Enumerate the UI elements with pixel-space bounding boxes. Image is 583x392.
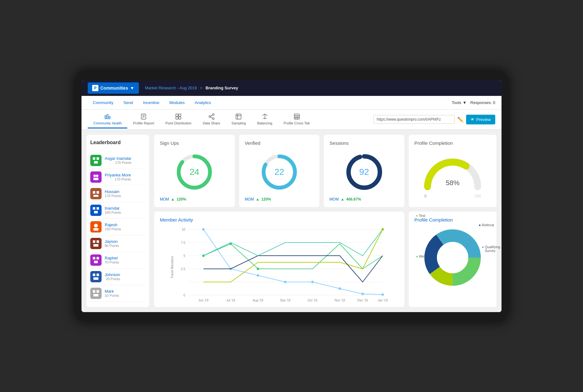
svg-text:0: 0 xyxy=(183,294,185,297)
svg-point-87 xyxy=(284,281,286,283)
leader-info: Rajesh 150 Points xyxy=(105,222,121,231)
avatar xyxy=(90,155,102,166)
svg-point-12 xyxy=(209,116,211,118)
svg-line-15 xyxy=(211,115,213,116)
nav-analytics[interactable]: Analytics xyxy=(190,96,216,109)
dashboard: Sign Ups 24 MOM xyxy=(154,135,496,307)
svg-text:Jul '19: Jul '19 xyxy=(226,299,235,302)
tools-button[interactable]: Tools ▼ xyxy=(452,100,466,105)
leader-info: Asgar Inamdar 170 Points xyxy=(105,156,131,165)
toolbar-community-health[interactable]: Community Health xyxy=(88,111,127,128)
sessions-footer: MOM ▲ 466.67% xyxy=(329,197,399,201)
leader-points: 170 Points xyxy=(105,194,121,198)
avatar xyxy=(90,205,102,216)
svg-text:Aug '19: Aug '19 xyxy=(253,299,263,302)
svg-text:7.5: 7.5 xyxy=(181,241,185,244)
legend-referral: ● Referral xyxy=(479,223,494,227)
signups-footer: MOM ▲ 120% xyxy=(160,197,229,201)
svg-text:Oct '19: Oct '19 xyxy=(307,299,318,302)
leader-name: Priyanka More xyxy=(105,173,131,177)
logo-text: Communities xyxy=(100,86,128,91)
toolbar-profile-cross-tab[interactable]: Profile Cross Tab xyxy=(278,111,316,128)
svg-rect-22 xyxy=(90,155,102,166)
svg-rect-51 xyxy=(97,274,99,276)
avatar xyxy=(90,288,102,299)
svg-rect-35 xyxy=(93,207,95,210)
point-distribution-icon xyxy=(175,113,182,120)
list-item: Raphel 70 Points xyxy=(90,252,145,269)
svg-rect-1 xyxy=(107,114,108,119)
svg-text:Dec '19: Dec '19 xyxy=(357,299,368,302)
activity-chart-svg: 10 7.5 5 2.5 0 Panel Members Jun '19 Jul… xyxy=(160,226,399,308)
svg-point-11 xyxy=(212,113,214,115)
leader-points: 150 Points xyxy=(105,227,121,231)
nav-send[interactable]: Send xyxy=(118,96,138,109)
logo-icon xyxy=(92,85,98,91)
top-stats-row: Sign Ups 24 MOM xyxy=(154,135,496,207)
toolbar-profile-report-label: Profile Report xyxy=(133,121,154,125)
toolbar-sampling-label: Sampling xyxy=(232,121,246,125)
legend-test: ● Test xyxy=(416,214,425,217)
svg-rect-30 xyxy=(90,188,102,199)
svg-rect-32 xyxy=(97,191,99,194)
dropdown-icon: ▼ xyxy=(130,86,134,91)
preview-eye-icon: 👁 xyxy=(470,117,475,122)
toolbar-data-share[interactable]: Data Share xyxy=(197,111,226,128)
nav-modules[interactable]: Modules xyxy=(164,96,190,109)
profile-completion-title: Profile Completion xyxy=(414,140,491,146)
member-activity-card: Member Activity 10 xyxy=(154,212,404,307)
leader-info: Johnson 20 Points xyxy=(105,272,120,281)
signups-arrow: ▲ xyxy=(171,197,175,201)
list-item: Johnson 20 Points xyxy=(90,269,145,285)
toolbar: Community Health Profile Report Point Di… xyxy=(81,110,502,130)
svg-rect-33 xyxy=(93,195,98,197)
svg-rect-49 xyxy=(90,271,102,282)
svg-point-27 xyxy=(93,175,96,177)
sessions-mom: MOM xyxy=(329,197,339,201)
avatar xyxy=(90,171,102,183)
sessions-arrow: ▲ xyxy=(341,197,344,201)
url-input[interactable] xyxy=(373,115,455,124)
svg-rect-56 xyxy=(93,294,98,296)
responses-count: Responses: 0 xyxy=(470,100,496,105)
toolbar-point-distribution-label: Point Distribution xyxy=(165,121,192,125)
svg-line-14 xyxy=(211,117,213,118)
profile-cross-tab-icon xyxy=(293,113,300,120)
svg-rect-36 xyxy=(97,207,99,210)
toolbar-profile-report[interactable]: Profile Report xyxy=(127,111,160,128)
svg-rect-10 xyxy=(179,117,181,119)
toolbar-point-distribution[interactable]: Point Distribution xyxy=(160,111,197,128)
verified-mom: MOM xyxy=(245,197,254,201)
svg-rect-40 xyxy=(93,228,98,231)
verified-value: 22 xyxy=(274,167,284,177)
nav-incentive[interactable]: Incentive xyxy=(138,96,164,109)
main-content: Leaderboard Asgar Inamdar 170 Points xyxy=(81,130,502,312)
verified-title: Verified xyxy=(245,140,314,146)
preview-button[interactable]: 👁 Preview xyxy=(466,115,495,124)
screen: Communities ▼ Market Research - Aug 2019… xyxy=(81,80,502,312)
logo-area[interactable]: Communities ▼ xyxy=(88,82,139,94)
list-item: Hussain 170 Points xyxy=(90,186,145,202)
verified-circle: 22 xyxy=(260,153,298,191)
svg-rect-17 xyxy=(294,114,299,119)
leader-name: Raphel xyxy=(105,256,119,260)
svg-rect-45 xyxy=(90,254,102,266)
signups-value: 24 xyxy=(190,167,199,177)
edit-icon[interactable]: ✏️ xyxy=(457,117,464,123)
sessions-title: Sessions xyxy=(329,140,399,146)
toolbar-balancing[interactable]: Balancing xyxy=(251,111,278,128)
breadcrumb-link[interactable]: Market Research - Aug 2019 xyxy=(145,86,197,90)
nav-community[interactable]: Community xyxy=(88,96,118,109)
leader-name: Mark xyxy=(105,289,119,294)
svg-point-13 xyxy=(212,118,214,119)
svg-text:10: 10 xyxy=(182,228,186,231)
svg-point-39 xyxy=(94,224,98,227)
svg-point-84 xyxy=(202,228,205,231)
svg-rect-44 xyxy=(93,244,98,247)
svg-text:Nov '19: Nov '19 xyxy=(334,299,345,302)
svg-rect-55 xyxy=(97,290,99,293)
list-item: Asgar Inamdar 170 Points xyxy=(90,152,145,169)
toolbar-sampling[interactable]: Sampling xyxy=(226,111,252,128)
balancing-icon xyxy=(261,113,268,120)
gauge-labels: 0 100 xyxy=(424,194,481,198)
